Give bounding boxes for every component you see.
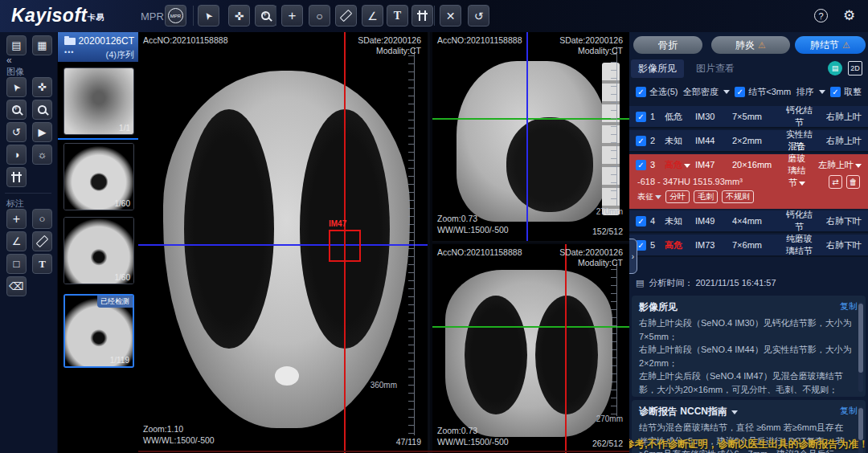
- module-fracture-button[interactable]: 骨折: [633, 36, 702, 54]
- modality: Modality:CT: [578, 258, 623, 267]
- series-more-button[interactable]: •••: [64, 48, 74, 56]
- image-magnify-button[interactable]: [32, 100, 52, 120]
- 2d-mode-button[interactable]: 2D: [848, 61, 862, 76]
- image-zoom-in-button[interactable]: [6, 100, 27, 120]
- checkbox-checked-icon[interactable]: ✓: [636, 216, 646, 226]
- image-brightness-button[interactable]: ☼: [32, 145, 52, 165]
- annotation-ruler-button[interactable]: [32, 231, 52, 251]
- annotation-eraser-button[interactable]: ⌫: [6, 276, 27, 296]
- nodule-row-3-selected[interactable]: ✓ 3 高危 IM47 20×16mm 混合磨玻璃结节 左肺上叶 -618 - …: [629, 154, 868, 209]
- nodule-hu-volume: -618 - 347HU 1515.93mm³: [637, 177, 743, 186]
- settings-button[interactable]: ⚙: [838, 5, 860, 27]
- angle-tool-button[interactable]: ∠: [362, 5, 383, 27]
- image-section-label: 图像: [6, 66, 24, 78]
- coronal-viewport[interactable]: 270mm AccNO:202101158888 SDate:20200126 …: [432, 244, 629, 453]
- nodule-location-dropdown[interactable]: 左肺上叶: [809, 159, 862, 171]
- ruler-icon: [36, 235, 49, 248]
- image-rotate-button[interactable]: ↺: [6, 122, 27, 142]
- series-thumbnail-1[interactable]: 1/1: [63, 67, 134, 135]
- density-dropdown[interactable]: 全部密度: [683, 86, 730, 98]
- text-tool-button[interactable]: T: [387, 5, 408, 27]
- round-checkbox[interactable]: ✓取整: [830, 86, 862, 98]
- module-pneumonia-button[interactable]: 肺炎 ⚠: [711, 36, 790, 54]
- close-tool-button[interactable]: ✕: [440, 5, 461, 27]
- checkbox-checked-icon[interactable]: ✓: [636, 87, 646, 97]
- panel-collapse-handle[interactable]: ›: [629, 239, 637, 274]
- series-thumbnail-4[interactable]: 已经检测 1/119: [63, 294, 134, 368]
- series-count: (4)序列: [106, 49, 134, 61]
- module-lung-nodule-button[interactable]: 肺结节 ⚠: [795, 36, 866, 54]
- annotation-ellipse-button[interactable]: ○: [32, 209, 52, 229]
- nodule-risk: 未知: [665, 215, 695, 227]
- checkbox-checked-icon[interactable]: ✓: [636, 136, 646, 146]
- checkbox-checked-icon[interactable]: ✓: [735, 87, 745, 97]
- series-thumbnail-3[interactable]: 1/60: [63, 217, 134, 284]
- sort-dropdown[interactable]: 排序: [796, 86, 825, 98]
- sagittal-viewport[interactable]: 270mm AccNO:202101158888 SDate:20200126 …: [432, 32, 629, 243]
- image-invert-button[interactable]: ◑: [6, 145, 27, 165]
- sagittal-crosshair-vertical[interactable]: [526, 32, 528, 243]
- nodule-row-2[interactable]: ✓ 2 未知 IM44 2×2mm 实性结节 右肺上叶: [629, 130, 868, 153]
- zoom-tool-button[interactable]: [255, 5, 276, 27]
- findings-scrollbar-thumb[interactable]: [858, 304, 863, 373]
- left-lung-region: [184, 109, 274, 349]
- axial-viewport[interactable]: IM47 360mm AccNO:202101158888 SDate:2020…: [138, 32, 430, 453]
- delete-nodule-button[interactable]: 🗑: [846, 175, 860, 189]
- nodule-row-1[interactable]: ✓ 1 低危 IM30 7×5mm 钙化结节 右肺上叶: [629, 106, 868, 129]
- coronal-crosshair-horizontal[interactable]: [432, 326, 629, 328]
- crosshair-tool-button[interactable]: +: [281, 5, 303, 27]
- report-icon[interactable]: ▤: [828, 61, 842, 76]
- chevron-down-icon: [655, 195, 661, 199]
- annotation-angle-button[interactable]: ∠: [6, 231, 27, 251]
- collapse-sidebar-button[interactable]: «: [6, 55, 12, 66]
- annotation-rectangle-button[interactable]: □: [6, 254, 27, 274]
- image-select-button[interactable]: ➤: [6, 77, 27, 97]
- brightness-icon: ☼: [38, 149, 47, 161]
- tab-findings[interactable]: 影像所见: [631, 59, 684, 78]
- select-all-checkbox[interactable]: ✓全选(5): [636, 86, 678, 98]
- image-window-level-button[interactable]: [6, 167, 27, 187]
- series-thumbnail-2[interactable]: 1/60: [63, 143, 134, 210]
- feature-chip-spiculation[interactable]: 毛刺: [694, 190, 718, 203]
- nodule-bounding-box[interactable]: [329, 230, 361, 262]
- help-button[interactable]: ?: [810, 5, 832, 27]
- select-tool-button[interactable]: ➤: [198, 5, 219, 27]
- nodule-type-dropdown[interactable]: 混合磨玻璃结节: [785, 141, 809, 189]
- checkbox-checked-icon[interactable]: ✓: [636, 112, 646, 122]
- image-cine-button[interactable]: ▶: [32, 122, 52, 142]
- nodule-row-4[interactable]: ✓ 4 未知 IM49 4×4mm 钙化结节 右肺下叶: [629, 210, 868, 233]
- thumbnail-list-button[interactable]: ▤: [6, 35, 27, 55]
- series-header[interactable]: 20200126CT ••• (4)序列: [58, 32, 138, 62]
- feature-chip-lobulation[interactable]: 分叶: [665, 190, 690, 203]
- annotation-text-button[interactable]: T: [32, 254, 52, 274]
- checkbox-checked-icon[interactable]: ✓: [830, 87, 841, 97]
- series-layout-button[interactable]: ▦: [32, 35, 52, 55]
- mpr-tool-button[interactable]: MPR: [165, 5, 186, 27]
- series-scroll-indicator: [58, 138, 138, 140]
- coronal-crosshair-vertical[interactable]: [565, 244, 567, 453]
- nodule-location: 右肺上叶: [813, 111, 862, 123]
- sagittal-crosshair-horizontal[interactable]: [432, 118, 629, 120]
- diagnosis-scrollbar-thumb[interactable]: [858, 408, 863, 440]
- copy-findings-button[interactable]: 复制: [840, 300, 858, 312]
- ellipse-tool-button[interactable]: ○: [309, 5, 330, 27]
- feature-dropdown[interactable]: 表征: [637, 191, 661, 202]
- small-nodule-checkbox[interactable]: ✓结节<3mm: [735, 86, 791, 98]
- checkbox-checked-icon[interactable]: ✓: [636, 160, 646, 170]
- nodule-risk-dropdown[interactable]: 高危: [665, 159, 695, 171]
- reset-tool-button[interactable]: ↺: [468, 5, 489, 27]
- feature-chip-irregular[interactable]: 不规则: [722, 190, 754, 203]
- tab-image-view[interactable]: 图片查看: [689, 59, 742, 78]
- axial-crosshair-horizontal[interactable]: [138, 244, 430, 246]
- copy-diagnosis-button[interactable]: 复制: [840, 405, 858, 417]
- density-label: 全部密度: [683, 86, 719, 98]
- annotation-crosshair-button[interactable]: +: [6, 209, 27, 229]
- image-pan-button[interactable]: ✜: [32, 77, 52, 97]
- pan-tool-button[interactable]: ✜: [228, 5, 250, 27]
- ruler-tool-button[interactable]: [335, 5, 357, 27]
- window-level-tool-button[interactable]: [411, 5, 433, 27]
- toolbar-separator: [193, 6, 194, 26]
- nodule-row-5[interactable]: ✓ 5 高危 IM73 7×6mm 纯磨玻璃结节 右肺下叶: [629, 235, 868, 257]
- chevron-down-icon[interactable]: [731, 410, 738, 414]
- locate-nodule-button[interactable]: ⇄: [829, 175, 842, 189]
